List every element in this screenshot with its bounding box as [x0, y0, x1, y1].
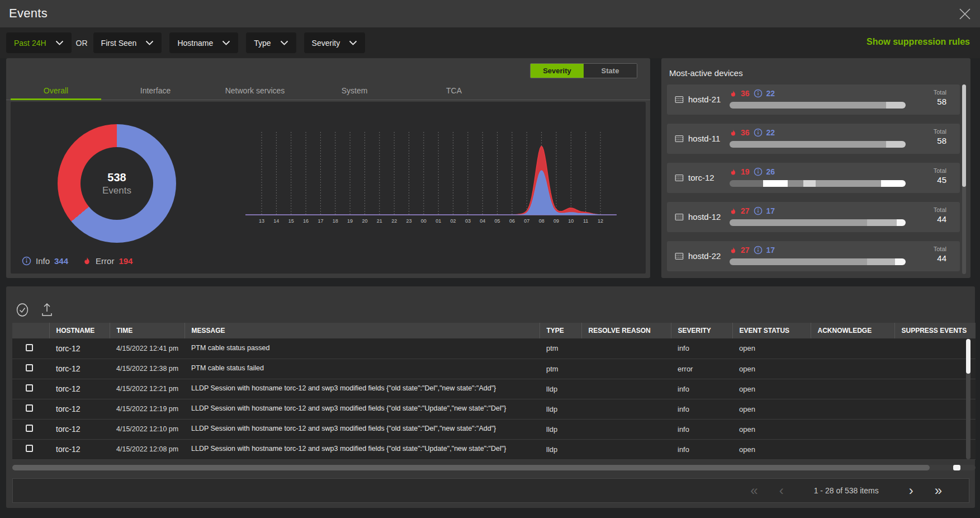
- cell-hostname: torc-12: [49, 379, 110, 399]
- cell-severity: info: [671, 338, 732, 359]
- device-error-count: 19: [741, 167, 750, 176]
- next-page-button[interactable]: ›: [909, 484, 913, 497]
- cell-message: LLDP Session with hostname torc-12 and s…: [184, 379, 539, 399]
- toggle-state[interactable]: State: [584, 64, 637, 78]
- chart-legend: Info 344 Error 194: [22, 256, 132, 266]
- device-name: hostd-21: [688, 95, 721, 104]
- device-card[interactable]: torc-12 19 26 Total 45: [667, 163, 960, 193]
- col-time[interactable]: TIME: [110, 323, 184, 338]
- col-hostname[interactable]: HOSTNAME: [49, 323, 110, 338]
- table-row[interactable]: torc-12 4/15/2022 12:10 pm LLDP Session …: [12, 419, 976, 439]
- col-resolve-reason[interactable]: RESOLVE REASON: [581, 323, 671, 338]
- cell-event-status: open: [732, 359, 811, 379]
- table-row[interactable]: torc-12 4/15/2022 12:21 pm LLDP Session …: [12, 379, 976, 399]
- tab-tca[interactable]: TCA: [404, 83, 504, 100]
- filter-dropdown-hostname[interactable]: Hostname: [169, 32, 238, 53]
- filter-label: Type: [254, 39, 271, 48]
- device-card[interactable]: hostd-12 27 17 Total 44: [667, 202, 960, 232]
- export-icon[interactable]: [40, 302, 55, 318]
- flame-icon: [730, 246, 737, 255]
- bar-segment: [730, 141, 886, 148]
- tab-interface[interactable]: Interface: [106, 83, 205, 100]
- row-checkbox[interactable]: [26, 344, 33, 351]
- row-checkbox[interactable]: [26, 445, 33, 452]
- device-card[interactable]: hostd-11 36 22 Total 58: [667, 124, 960, 154]
- col-severity[interactable]: SEVERITY: [671, 323, 732, 338]
- info-icon: [754, 246, 763, 255]
- cell-time: 4/15/2022 12:21 pm: [110, 379, 184, 399]
- toggle-severity[interactable]: Severity: [531, 64, 584, 78]
- svg-text:00: 00: [421, 218, 427, 224]
- device-stats: 36 22: [730, 127, 775, 138]
- bar-segment: [881, 180, 906, 187]
- last-page-button[interactable]: »: [935, 484, 942, 497]
- cell-time: 4/15/2022 12:08 pm: [110, 439, 184, 459]
- cell-time: 4/15/2022 12:41 pm: [110, 338, 184, 359]
- device-activity-bar: [730, 141, 906, 148]
- row-checkbox[interactable]: [26, 364, 33, 371]
- events-chart-panel: Severity State Overall Interface Network…: [6, 58, 650, 278]
- table-vertical-scrollbar[interactable]: [966, 339, 970, 459]
- device-card[interactable]: hostd-22 27 17 Total 44: [667, 241, 960, 271]
- tab-system[interactable]: System: [305, 83, 404, 100]
- table-row[interactable]: torc-12 4/15/2022 12:08 pm LLDP Session …: [12, 439, 976, 459]
- cell-time: 4/15/2022 12:38 pm: [110, 359, 184, 379]
- info-icon: [22, 256, 31, 266]
- col-type[interactable]: TYPE: [539, 323, 581, 338]
- device-icon: [675, 134, 684, 143]
- devices-scrollbar-thumb[interactable]: [962, 84, 966, 187]
- show-suppression-rules-link[interactable]: Show suppression rules: [867, 37, 970, 47]
- time-range-dropdown[interactable]: Past 24H: [6, 32, 72, 53]
- chevron-down-icon: [145, 40, 154, 45]
- row-checkbox[interactable]: [26, 425, 33, 432]
- devices-panel-title: Most-active devices: [669, 68, 743, 78]
- tab-overall[interactable]: Overall: [6, 83, 106, 100]
- cell-suppress-events: [894, 359, 976, 379]
- table-horizontal-scrollbar[interactable]: [12, 465, 976, 470]
- col-suppress-events[interactable]: SUPPRESS EVENTS: [894, 323, 976, 338]
- table-row[interactable]: torc-12 4/15/2022 12:38 pm PTM cable sta…: [12, 359, 976, 379]
- table-vscroll-thumb[interactable]: [966, 339, 970, 374]
- cell-type: lldp: [539, 379, 581, 399]
- tab-network-services[interactable]: Network services: [205, 83, 305, 100]
- filter-dropdown-severity[interactable]: Severity: [304, 32, 366, 53]
- acknowledge-all-icon[interactable]: [16, 302, 30, 318]
- total-value: 58: [934, 97, 946, 107]
- row-checkbox[interactable]: [26, 384, 33, 392]
- filter-dropdown-first-seen[interactable]: First Seen: [93, 32, 162, 53]
- table-hscroll-end-thumb[interactable]: [953, 465, 960, 470]
- prev-page-button[interactable]: ‹: [779, 484, 784, 497]
- table-hscroll-thumb[interactable]: [12, 465, 930, 470]
- table-row[interactable]: torc-12 4/15/2022 12:41 pm PTM cable sta…: [12, 338, 976, 359]
- svg-text:16: 16: [303, 218, 309, 224]
- row-checkbox[interactable]: [26, 404, 33, 412]
- svg-text:10: 10: [568, 218, 574, 224]
- svg-text:23: 23: [406, 218, 411, 224]
- device-list: hostd-21 36 22 Total 58 hostd-11 36: [667, 84, 960, 280]
- cell-acknowledge: [811, 338, 894, 359]
- table-row[interactable]: torc-12 4/15/2022 12:19 pm LLDP Session …: [12, 399, 976, 419]
- first-page-button[interactable]: «: [750, 484, 758, 497]
- cell-suppress-events: [894, 338, 976, 359]
- device-activity-bar: [730, 180, 906, 187]
- col-event-status[interactable]: EVENT STATUS: [732, 323, 811, 338]
- cell-severity: error: [671, 359, 732, 379]
- severity-state-toggle: Severity State: [530, 63, 637, 78]
- device-name: torc-12: [688, 173, 714, 182]
- device-info-count: 22: [766, 128, 775, 137]
- close-icon[interactable]: [958, 7, 972, 21]
- filter-dropdown-type[interactable]: Type: [246, 32, 296, 53]
- legend-value: 344: [54, 256, 68, 266]
- bar-segment: [897, 219, 906, 226]
- devices-scrollbar[interactable]: [962, 84, 966, 274]
- col-acknowledge[interactable]: ACKNOWLEDGE: [811, 323, 894, 338]
- chevron-down-icon: [55, 40, 64, 45]
- cell-message: LLDP Session with hostname torc-12 and s…: [184, 439, 539, 459]
- device-total: Total 58: [934, 128, 946, 147]
- filter-label: Severity: [312, 39, 340, 48]
- device-activity-bar: [730, 102, 906, 109]
- flame-icon: [730, 129, 737, 137]
- cell-time: 4/15/2022 12:19 pm: [110, 399, 184, 419]
- col-message[interactable]: MESSAGE: [184, 323, 539, 338]
- device-card[interactable]: hostd-21 36 22 Total 58: [667, 84, 960, 115]
